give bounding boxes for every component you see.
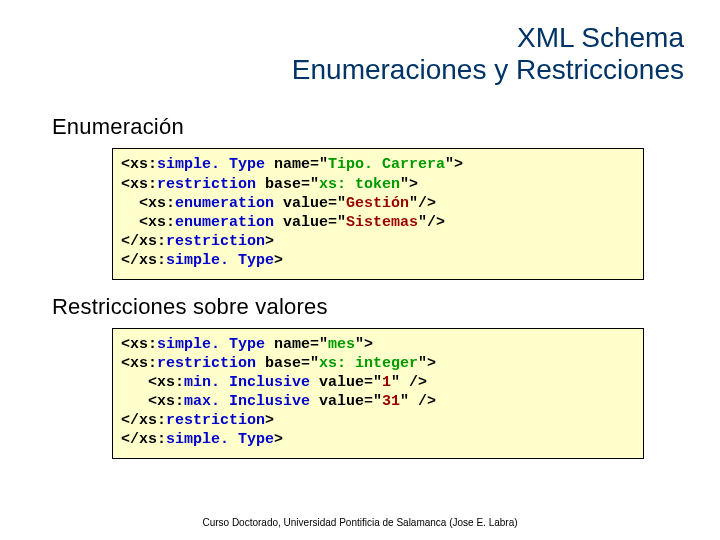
code-value: 31 [382, 393, 400, 410]
code-text: </xs: [121, 233, 166, 250]
code-text: value=" [274, 214, 346, 231]
code-box-restricciones: <xs:simple. Type name="mes"> <xs:restric… [112, 328, 644, 459]
code-keyword: simple. Type [157, 336, 265, 353]
code-keyword: enumeration [175, 214, 274, 231]
code-text: "> [418, 355, 436, 372]
code-keyword: max. Inclusive [184, 393, 310, 410]
section-heading-enumeracion: Enumeración [52, 114, 684, 140]
code-text: value=" [310, 393, 382, 410]
slide: XML Schema Enumeraciones y Restricciones… [0, 0, 720, 540]
code-keyword: restriction [157, 355, 256, 372]
code-text: value=" [274, 195, 346, 212]
title-block: XML Schema Enumeraciones y Restricciones [36, 22, 684, 86]
title-line-2: Enumeraciones y Restricciones [36, 54, 684, 86]
code-text: value=" [310, 374, 382, 391]
code-text: "> [400, 176, 418, 193]
code-text: > [265, 412, 274, 429]
code-box-enumeracion: <xs:simple. Type name="Tipo. Carrera"> <… [112, 148, 644, 279]
code-text: "> [355, 336, 373, 353]
code-keyword: simple. Type [166, 252, 274, 269]
code-text: <xs: [121, 195, 175, 212]
code-keyword: restriction [166, 233, 265, 250]
section-heading-restricciones: Restricciones sobre valores [52, 294, 684, 320]
code-text: > [265, 233, 274, 250]
code-text: </xs: [121, 252, 166, 269]
code-text: > [274, 431, 283, 448]
footer-text: Curso Doctorado, Universidad Pontificia … [0, 517, 720, 528]
code-text: <xs: [121, 355, 157, 372]
code-keyword: min. Inclusive [184, 374, 310, 391]
code-text: "/> [409, 195, 436, 212]
code-text: base=" [256, 176, 319, 193]
code-keyword: simple. Type [166, 431, 274, 448]
code-text: base=" [256, 355, 319, 372]
code-text: " /> [391, 374, 427, 391]
code-text: <xs: [121, 156, 157, 173]
code-keyword: restriction [166, 412, 265, 429]
code-text: > [274, 252, 283, 269]
code-text: </xs: [121, 412, 166, 429]
code-text: name=" [265, 156, 328, 173]
code-text: name=" [265, 336, 328, 353]
code-keyword: enumeration [175, 195, 274, 212]
code-string: xs: token [319, 176, 400, 193]
code-text: <xs: [121, 176, 157, 193]
code-text: " /> [400, 393, 436, 410]
code-keyword: restriction [157, 176, 256, 193]
code-value: Sistemas [346, 214, 418, 231]
code-text: <xs: [121, 374, 184, 391]
code-value: Gestión [346, 195, 409, 212]
code-value: 1 [382, 374, 391, 391]
code-text: </xs: [121, 431, 166, 448]
code-text: "> [445, 156, 463, 173]
code-string: Tipo. Carrera [328, 156, 445, 173]
code-text: <xs: [121, 336, 157, 353]
code-string: xs: integer [319, 355, 418, 372]
title-line-1: XML Schema [36, 22, 684, 54]
code-keyword: simple. Type [157, 156, 265, 173]
code-text: <xs: [121, 393, 184, 410]
code-text: "/> [418, 214, 445, 231]
code-text: <xs: [121, 214, 175, 231]
code-string: mes [328, 336, 355, 353]
